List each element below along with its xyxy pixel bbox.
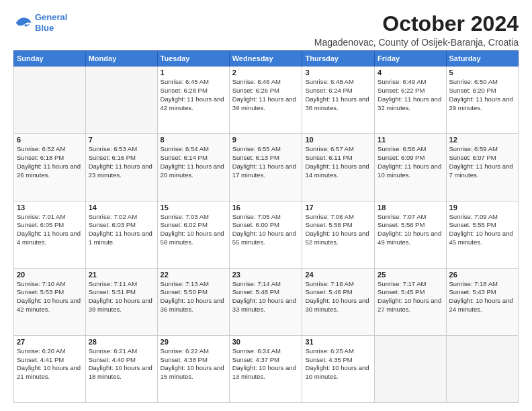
day-detail: Sunrise: 7:09 AM Sunset: 5:55 PM Dayligh… bbox=[449, 213, 515, 247]
day-detail: Sunrise: 6:50 AM Sunset: 6:20 PM Dayligh… bbox=[449, 78, 515, 112]
calendar-cell bbox=[14, 66, 86, 134]
calendar-cell: 8Sunrise: 6:54 AM Sunset: 6:14 PM Daylig… bbox=[157, 134, 229, 201]
calendar-cell: 16Sunrise: 7:05 AM Sunset: 6:00 PM Dayli… bbox=[229, 201, 302, 268]
day-detail: Sunrise: 6:22 AM Sunset: 4:38 PM Dayligh… bbox=[161, 347, 226, 381]
calendar-header-friday: Friday bbox=[375, 51, 446, 66]
page: General Blue October 2024 Magadenovac, C… bbox=[0, 0, 532, 411]
calendar-header-tuesday: Tuesday bbox=[157, 51, 229, 66]
calendar-week-5: 27Sunrise: 6:20 AM Sunset: 4:41 PM Dayli… bbox=[14, 335, 519, 402]
day-number: 7 bbox=[89, 136, 154, 144]
day-number: 23 bbox=[232, 271, 300, 279]
day-number: 4 bbox=[378, 68, 443, 77]
calendar-cell bbox=[375, 335, 446, 402]
day-number: 26 bbox=[449, 271, 515, 279]
calendar-cell: 4Sunrise: 6:49 AM Sunset: 6:22 PM Daylig… bbox=[375, 66, 446, 134]
day-detail: Sunrise: 6:48 AM Sunset: 6:24 PM Dayligh… bbox=[305, 78, 371, 112]
day-number: 30 bbox=[232, 338, 300, 346]
logo: General Blue bbox=[13, 12, 67, 33]
calendar-week-2: 6Sunrise: 6:52 AM Sunset: 6:18 PM Daylig… bbox=[14, 134, 519, 201]
calendar-header-saturday: Saturday bbox=[446, 51, 518, 66]
calendar-cell: 25Sunrise: 7:17 AM Sunset: 5:45 PM Dayli… bbox=[375, 268, 446, 335]
calendar-header-row: SundayMondayTuesdayWednesdayThursdayFrid… bbox=[14, 51, 519, 66]
day-number: 3 bbox=[305, 68, 371, 77]
day-number: 12 bbox=[449, 136, 515, 144]
calendar-cell: 17Sunrise: 7:06 AM Sunset: 5:58 PM Dayli… bbox=[302, 201, 375, 268]
calendar-cell: 5Sunrise: 6:50 AM Sunset: 6:20 PM Daylig… bbox=[446, 66, 518, 134]
header: General Blue October 2024 Magadenovac, C… bbox=[13, 12, 519, 48]
calendar-cell: 24Sunrise: 7:16 AM Sunset: 5:46 PM Dayli… bbox=[302, 268, 375, 335]
calendar-header-wednesday: Wednesday bbox=[229, 51, 302, 66]
day-number: 9 bbox=[232, 136, 300, 144]
day-number: 21 bbox=[89, 271, 154, 279]
day-detail: Sunrise: 7:10 AM Sunset: 5:53 PM Dayligh… bbox=[17, 280, 83, 314]
day-number: 14 bbox=[89, 203, 154, 212]
calendar-cell: 3Sunrise: 6:48 AM Sunset: 6:24 PM Daylig… bbox=[302, 66, 375, 134]
day-number: 1 bbox=[161, 68, 226, 77]
day-number: 6 bbox=[17, 136, 83, 144]
day-detail: Sunrise: 7:06 AM Sunset: 5:58 PM Dayligh… bbox=[305, 213, 371, 247]
day-detail: Sunrise: 6:49 AM Sunset: 6:22 PM Dayligh… bbox=[378, 78, 443, 112]
day-number: 24 bbox=[305, 271, 371, 279]
day-detail: Sunrise: 7:02 AM Sunset: 6:03 PM Dayligh… bbox=[89, 213, 154, 247]
calendar-cell: 26Sunrise: 7:18 AM Sunset: 5:43 PM Dayli… bbox=[446, 268, 518, 335]
calendar-cell: 29Sunrise: 6:22 AM Sunset: 4:38 PM Dayli… bbox=[157, 335, 229, 402]
calendar-cell: 9Sunrise: 6:55 AM Sunset: 6:13 PM Daylig… bbox=[229, 134, 302, 201]
day-detail: Sunrise: 7:13 AM Sunset: 5:50 PM Dayligh… bbox=[161, 280, 226, 314]
day-detail: Sunrise: 6:53 AM Sunset: 6:16 PM Dayligh… bbox=[89, 145, 154, 179]
day-detail: Sunrise: 7:18 AM Sunset: 5:43 PM Dayligh… bbox=[449, 280, 515, 314]
subtitle: Magadenovac, County of Osijek-Baranja, C… bbox=[314, 37, 519, 48]
calendar-cell: 2Sunrise: 6:46 AM Sunset: 6:26 PM Daylig… bbox=[229, 66, 302, 134]
day-detail: Sunrise: 6:57 AM Sunset: 6:11 PM Dayligh… bbox=[305, 145, 371, 179]
calendar-header-sunday: Sunday bbox=[14, 51, 86, 66]
day-detail: Sunrise: 6:54 AM Sunset: 6:14 PM Dayligh… bbox=[161, 145, 226, 179]
day-number: 2 bbox=[232, 68, 300, 77]
day-detail: Sunrise: 7:17 AM Sunset: 5:45 PM Dayligh… bbox=[378, 280, 443, 314]
day-detail: Sunrise: 6:20 AM Sunset: 4:41 PM Dayligh… bbox=[17, 347, 83, 381]
calendar-cell: 12Sunrise: 6:59 AM Sunset: 6:07 PM Dayli… bbox=[446, 134, 518, 201]
day-number: 29 bbox=[161, 338, 226, 346]
day-number: 10 bbox=[305, 136, 371, 144]
calendar-table: SundayMondayTuesdayWednesdayThursdayFrid… bbox=[13, 50, 519, 403]
day-number: 17 bbox=[305, 203, 371, 212]
calendar-cell: 14Sunrise: 7:02 AM Sunset: 6:03 PM Dayli… bbox=[85, 201, 157, 268]
day-detail: Sunrise: 7:03 AM Sunset: 6:02 PM Dayligh… bbox=[161, 213, 226, 247]
calendar-cell: 31Sunrise: 6:25 AM Sunset: 4:35 PM Dayli… bbox=[302, 335, 375, 402]
day-detail: Sunrise: 7:11 AM Sunset: 5:51 PM Dayligh… bbox=[89, 280, 154, 314]
day-number: 15 bbox=[161, 203, 226, 212]
day-detail: Sunrise: 6:55 AM Sunset: 6:13 PM Dayligh… bbox=[232, 145, 300, 179]
day-number: 8 bbox=[161, 136, 226, 144]
logo-line2: Blue bbox=[35, 23, 54, 33]
calendar-week-1: 1Sunrise: 6:45 AM Sunset: 6:28 PM Daylig… bbox=[14, 66, 519, 134]
day-number: 19 bbox=[449, 203, 515, 212]
day-number: 31 bbox=[305, 338, 371, 346]
calendar-cell: 10Sunrise: 6:57 AM Sunset: 6:11 PM Dayli… bbox=[302, 134, 375, 201]
calendar-cell: 11Sunrise: 6:58 AM Sunset: 6:09 PM Dayli… bbox=[375, 134, 446, 201]
calendar-cell: 23Sunrise: 7:14 AM Sunset: 5:48 PM Dayli… bbox=[229, 268, 302, 335]
day-number: 13 bbox=[17, 203, 83, 212]
calendar-cell: 28Sunrise: 6:21 AM Sunset: 4:40 PM Dayli… bbox=[85, 335, 157, 402]
day-detail: Sunrise: 7:05 AM Sunset: 6:00 PM Dayligh… bbox=[232, 213, 300, 247]
day-number: 18 bbox=[378, 203, 443, 212]
day-number: 5 bbox=[449, 68, 515, 77]
calendar-header-monday: Monday bbox=[85, 51, 157, 66]
calendar-cell: 15Sunrise: 7:03 AM Sunset: 6:02 PM Dayli… bbox=[157, 201, 229, 268]
day-detail: Sunrise: 6:25 AM Sunset: 4:35 PM Dayligh… bbox=[305, 347, 371, 381]
calendar-cell: 27Sunrise: 6:20 AM Sunset: 4:41 PM Dayli… bbox=[14, 335, 86, 402]
day-detail: Sunrise: 6:59 AM Sunset: 6:07 PM Dayligh… bbox=[449, 145, 515, 179]
calendar-cell: 13Sunrise: 7:01 AM Sunset: 6:05 PM Dayli… bbox=[14, 201, 86, 268]
day-number: 28 bbox=[89, 338, 154, 346]
day-detail: Sunrise: 6:46 AM Sunset: 6:26 PM Dayligh… bbox=[232, 78, 300, 112]
calendar-cell: 20Sunrise: 7:10 AM Sunset: 5:53 PM Dayli… bbox=[14, 268, 86, 335]
logo-text: General Blue bbox=[35, 12, 67, 33]
calendar-week-3: 13Sunrise: 7:01 AM Sunset: 6:05 PM Dayli… bbox=[14, 201, 519, 268]
day-number: 16 bbox=[232, 203, 300, 212]
day-number: 11 bbox=[378, 136, 443, 144]
calendar-cell: 21Sunrise: 7:11 AM Sunset: 5:51 PM Dayli… bbox=[85, 268, 157, 335]
day-detail: Sunrise: 6:58 AM Sunset: 6:09 PM Dayligh… bbox=[378, 145, 443, 179]
day-detail: Sunrise: 6:24 AM Sunset: 4:37 PM Dayligh… bbox=[232, 347, 300, 381]
title-block: October 2024 Magadenovac, County of Osij… bbox=[314, 12, 519, 48]
calendar-week-4: 20Sunrise: 7:10 AM Sunset: 5:53 PM Dayli… bbox=[14, 268, 519, 335]
day-detail: Sunrise: 6:52 AM Sunset: 6:18 PM Dayligh… bbox=[17, 145, 83, 179]
calendar-cell: 30Sunrise: 6:24 AM Sunset: 4:37 PM Dayli… bbox=[229, 335, 302, 402]
logo-icon bbox=[13, 15, 32, 30]
